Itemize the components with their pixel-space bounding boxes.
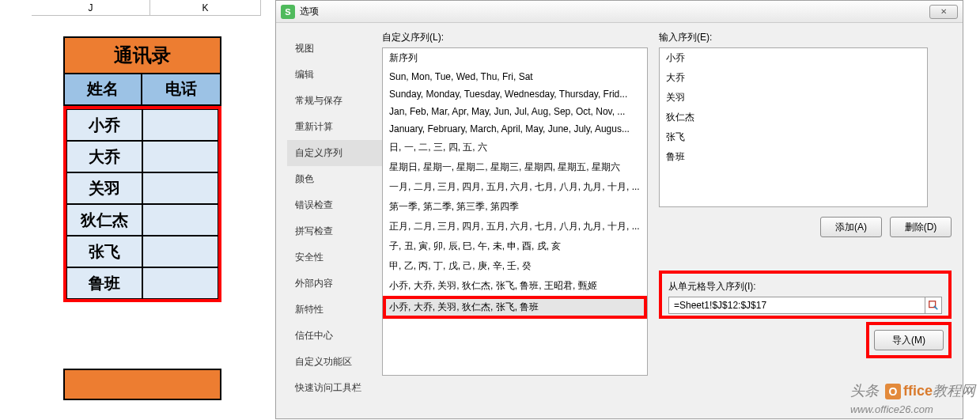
name-cell[interactable]: 小乔 [66,109,142,141]
list-item[interactable]: Sun, Mon, Tue, Wed, Thu, Fri, Sat [383,68,647,85]
nav-spell-check[interactable]: 拼写检查 [287,218,382,244]
app-icon: S [281,5,295,19]
dialog-titlebar[interactable]: S 选项 ✕ [276,1,963,23]
range-picker-icon[interactable] [925,297,942,314]
list-item[interactable]: 日, 一, 二, 三, 四, 五, 六 [383,138,647,157]
header-phone[interactable]: 电话 [142,74,221,106]
col-header-k[interactable]: K [150,0,261,16]
phone-cell[interactable] [142,109,218,141]
watermark: 头条 Office教程网 www.office26.com [850,381,975,417]
spreadsheet-area: J K 通讯录 姓名 电话 小乔 大乔 关羽 狄仁杰 张飞 鲁班 [0,0,275,420]
name-cell[interactable]: 关羽 [66,172,142,204]
nav-custom-list[interactable]: 自定义序列 [287,140,382,166]
list-item[interactable]: Jan, Feb, Mar, Apr, May, Jun, Jul, Aug, … [383,103,647,120]
nav-security[interactable]: 安全性 [287,244,382,271]
contacts-table: 通讯录 姓名 电话 小乔 大乔 关羽 狄仁杰 张飞 鲁班 [63,36,221,302]
logo-icon: O [885,384,901,399]
seq-item[interactable]: 狄仁杰 [660,108,927,127]
phone-cell[interactable] [142,267,218,299]
column-headers: J K [32,0,261,16]
input-sequence-box[interactable]: 小乔 大乔 关羽 狄仁杰 张飞 鲁班 [659,47,928,207]
add-button[interactable]: 添加(A) [820,217,882,237]
nav-new-feature[interactable]: 新特性 [287,297,382,323]
seq-item[interactable]: 大乔 [660,68,927,88]
options-nav: 视图 编辑 常规与保存 重新计算 自定义序列 颜色 错误检查 拼写检查 安全性 … [287,31,382,411]
list-item-selected[interactable]: 小乔, 大乔, 关羽, 狄仁杰, 张飞, 鲁班 [383,296,647,319]
nav-color[interactable]: 颜色 [287,166,382,192]
list-item[interactable]: 子, 丑, 寅, 卯, 辰, 巳, 午, 未, 申, 酉, 戌, 亥 [383,236,647,256]
import-button-highlight: 导入(M) [866,322,952,358]
table-body-selection: 小乔 大乔 关羽 狄仁杰 张飞 鲁班 [63,106,221,302]
close-button[interactable]: ✕ [929,5,958,19]
list-item[interactable]: 新序列 [383,48,647,68]
import-panel: 从单元格导入序列(I): [659,271,952,319]
list-item[interactable]: 一月, 二月, 三月, 四月, 五月, 六月, 七月, 八月, 九月, 十月, … [383,177,647,197]
import-range-input[interactable] [668,297,925,314]
options-dialog: S 选项 ✕ 视图 编辑 常规与保存 重新计算 自定义序列 颜色 错误检查 拼写… [275,0,963,419]
name-cell[interactable]: 张飞 [66,236,142,267]
custom-lists-listbox[interactable]: 新序列 Sun, Mon, Tue, Wed, Thu, Fri, Sat Su… [382,47,648,376]
list-item[interactable]: 小乔, 大乔, 关羽, 狄仁杰, 张飞, 鲁班, 王昭君, 甄姬 [383,276,647,296]
delete-button[interactable]: 删除(D) [890,217,952,237]
list-item[interactable]: 甲, 乙, 丙, 丁, 戊, 己, 庚, 辛, 壬, 癸 [383,256,647,276]
nav-error-check[interactable]: 错误检查 [287,192,382,218]
list-item[interactable]: 星期日, 星期一, 星期二, 星期三, 星期四, 星期五, 星期六 [383,157,647,177]
phone-cell[interactable] [142,141,218,172]
list-item[interactable]: January, February, March, April, May, Ju… [383,120,647,138]
nav-general-save[interactable]: 常规与保存 [287,88,382,114]
col-header-j[interactable]: J [32,0,150,16]
table-title[interactable]: 通讯录 [63,36,221,74]
header-name[interactable]: 姓名 [63,74,142,106]
name-cell[interactable]: 狄仁杰 [66,204,142,236]
custom-list-label: 自定义序列(L): [382,31,648,44]
import-label: 从单元格导入序列(I): [668,280,942,293]
list-item[interactable]: Sunday, Monday, Tuesday, Wednesday, Thur… [383,85,647,103]
name-cell[interactable]: 鲁班 [66,267,142,299]
list-item[interactable]: 第一季, 第二季, 第三季, 第四季 [383,197,647,217]
nav-trust-center[interactable]: 信任中心 [287,323,382,349]
phone-cell[interactable] [142,236,218,267]
nav-recalc[interactable]: 重新计算 [287,114,382,140]
input-seq-label: 输入序列(E): [659,31,952,44]
import-button[interactable]: 导入(M) [874,330,944,350]
name-cell[interactable]: 大乔 [66,141,142,172]
phone-cell[interactable] [142,172,218,204]
nav-custom-func[interactable]: 自定义功能区 [287,349,382,375]
seq-item[interactable]: 鲁班 [660,147,927,167]
seq-item[interactable]: 小乔 [660,48,927,68]
nav-external[interactable]: 外部内容 [287,271,382,297]
nav-view[interactable]: 视图 [287,36,382,62]
seq-item[interactable]: 关羽 [660,88,927,108]
nav-edit[interactable]: 编辑 [287,62,382,88]
table-fragment[interactable] [63,369,221,400]
phone-cell[interactable] [142,204,218,236]
dialog-title-text: 选项 [300,5,319,18]
seq-item[interactable]: 张飞 [660,127,927,147]
list-item[interactable]: 正月, 二月, 三月, 四月, 五月, 六月, 七月, 八月, 九月, 十月, … [383,217,647,236]
nav-quick-access[interactable]: 快速访问工具栏 [287,375,382,401]
